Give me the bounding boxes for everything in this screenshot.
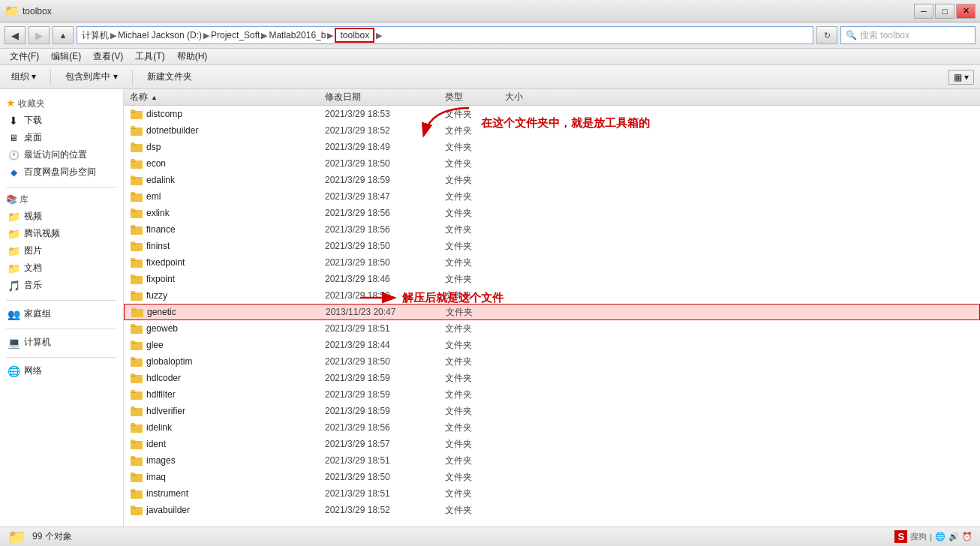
sidebar-item-network[interactable]: 🌐 网络 [0,362,123,380]
menu-edit[interactable]: 编辑(E) [46,48,86,65]
path-segment-projectsoft[interactable]: Project_Soft [211,30,260,40]
file-date: 2021/3/29 18:50 [325,290,445,301]
table-row[interactable]: distcomp 2021/3/29 18:53 文件夹 [124,106,980,122]
svg-rect-68 [131,472,135,475]
col-header-size[interactable]: 大小 [505,91,565,104]
table-row[interactable]: javabuilder 2021/3/29 18:52 文件夹 [124,502,980,518]
table-row[interactable]: fininst 2021/3/29 18:50 文件夹 [124,238,980,254]
new-folder-button[interactable]: 新建文件夹 [142,68,197,86]
folder-icon [130,107,143,121]
folder-icon [130,371,143,385]
table-row[interactable]: imaq 2021/3/29 18:50 文件夹 [124,469,980,485]
table-row[interactable]: ident 2021/3/29 18:57 文件夹 [124,436,980,452]
sidebar-item-label: 音乐 [24,279,42,292]
table-row[interactable]: instrument 2021/3/29 18:51 文件夹 [124,485,980,502]
forward-button[interactable]: ▶ [29,26,50,44]
file-name: exlink [146,208,325,218]
sidebar-item-label: 家庭组 [24,308,51,320]
table-row[interactable]: hdlcoder 2021/3/29 18:59 文件夹 [124,370,980,386]
file-type: 文件夹 [445,504,505,517]
close-button[interactable]: ✕ [956,4,975,19]
tray-sep: | [930,532,932,542]
folder-icon [130,470,143,484]
folder-icon [130,355,143,368]
path-segment-computer[interactable]: 计算机 [82,29,109,42]
sidebar-item-label: 腾讯视频 [24,227,60,240]
sidebar-item-homegroup[interactable]: 👥 家庭组 [0,305,123,322]
file-type: 文件夹 [445,124,505,137]
active-path-label: toolbox [335,28,374,43]
video-icon: 📁 [8,211,20,223]
table-row[interactable]: fuzzy 2021/3/29 18:50 文件夹 [124,287,980,304]
sidebar-item-baidu[interactable]: ◆ 百度网盘同步空间 [0,164,123,181]
table-row[interactable]: edalink 2021/3/29 18:59 文件夹 [124,172,980,188]
sidebar-item-desktop[interactable]: 🖥 桌面 [0,129,123,146]
menu-file[interactable]: 文件(F) [5,48,44,65]
organize-button[interactable]: 组织 ▾ [6,68,41,86]
sidebar-item-documents[interactable]: 📁 文档 [0,260,123,277]
table-row[interactable]: idelink 2021/3/29 18:56 文件夹 [124,419,980,436]
table-row[interactable]: globaloptim 2021/3/29 18:50 文件夹 [124,353,980,370]
search-box[interactable]: 🔍 搜索 toolbox [840,26,975,44]
table-row[interactable]: glee 2021/3/29 18:44 文件夹 [124,337,980,353]
music-icon: 🎵 [8,280,20,292]
search-placeholder: 搜索 toolbox [860,29,909,42]
file-type: 文件夹 [445,290,505,302]
sidebar-item-video[interactable]: 📁 视频 [0,208,123,225]
path-label: Matlab2016_b [269,30,326,40]
svg-rect-44 [131,340,135,343]
table-row[interactable]: dsp 2021/3/29 18:49 文件夹 [124,139,980,155]
col-header-name[interactable]: 名称 ▲ [130,91,325,104]
table-row[interactable]: exlink 2021/3/29 18:56 文件夹 [124,205,980,221]
address-path[interactable]: 计算机 ▶ Michael Jackson (D:) ▶ Project_Sof… [77,26,813,44]
col-header-type[interactable]: 类型 [445,91,505,104]
refresh-button[interactable]: ↻ [816,26,837,44]
table-row[interactable]: hdlfilter 2021/3/29 18:59 文件夹 [124,386,980,403]
sidebar-computer: 💻 计算机 [0,334,123,351]
file-name: idelink [146,422,325,433]
up-button[interactable]: ▲ [53,26,74,44]
col-header-date[interactable]: 修改日期 [325,91,445,104]
sidebar-item-pictures[interactable]: 📁 图片 [0,242,123,260]
back-button[interactable]: ◀ [5,26,26,44]
table-row[interactable]: fixedpoint 2021/3/29 18:50 文件夹 [124,254,980,271]
table-row[interactable]: fixpoint 2021/3/29 18:46 文件夹 [124,271,980,287]
sidebar-item-label: 文档 [24,262,42,274]
table-row[interactable]: images 2021/3/29 18:51 文件夹 [124,452,980,469]
file-type: 文件夹 [445,256,505,269]
file-date: 2021/3/29 18:44 [325,340,445,350]
table-row[interactable]: hdlverifier 2021/3/29 18:59 文件夹 [124,403,980,419]
sidebar-library: 📚 库 📁 视频 📁 腾讯视频 📁 图片 📁 文档 🎵 音乐 [0,192,123,294]
file-name: hdlcoder [146,373,325,383]
path-segment-matlab[interactable]: Matlab2016_b [269,30,326,40]
table-row[interactable]: finance 2021/3/29 18:56 文件夹 [124,221,980,238]
menu-view[interactable]: 查看(V) [88,48,128,65]
sidebar-item-downloads[interactable]: ⬇ 下载 [0,112,123,129]
menu-help[interactable]: 帮助(H) [172,48,213,65]
sidebar-item-recent[interactable]: 🕐 最近访问的位置 [0,146,123,164]
sidebar-item-qqvideo[interactable]: 📁 腾讯视频 [0,225,123,242]
table-row[interactable]: eml 2021/3/29 18:47 文件夹 [124,188,980,205]
table-row[interactable]: genetic 2013/11/23 20:47 文件夹 [124,304,980,320]
path-segment-drive[interactable]: Michael Jackson (D:) [118,30,202,40]
table-row[interactable]: geoweb 2021/3/29 18:51 文件夹 [124,320,980,337]
maximize-button[interactable]: □ [935,4,954,19]
table-row[interactable]: econ 2021/3/29 18:50 文件夹 [124,155,980,172]
folder-icon [131,305,144,319]
svg-rect-53 [131,390,135,392]
table-row[interactable]: dotnetbuilder 2021/3/29 18:52 文件夹 [124,122,980,139]
include-library-button[interactable]: 包含到库中 ▾ [60,68,122,86]
svg-rect-56 [131,406,135,409]
toolbar-separator [50,70,51,85]
baidu-icon: ◆ [8,166,20,178]
minimize-button[interactable]: ─ [914,4,933,19]
sidebar-item-label: 视频 [24,210,42,223]
sidebar-item-computer[interactable]: 💻 计算机 [0,334,123,351]
sidebar-item-music[interactable]: 🎵 音乐 [0,277,123,294]
sidebar-library-header: 📚 库 [0,192,123,208]
svg-rect-50 [131,374,135,376]
view-button[interactable]: ▦ ▾ [948,70,974,85]
path-segment-toolbox[interactable]: toolbox [335,28,374,43]
menu-tools[interactable]: 工具(T) [130,48,170,65]
title-bar-left: 📁 toolbox [5,4,52,18]
